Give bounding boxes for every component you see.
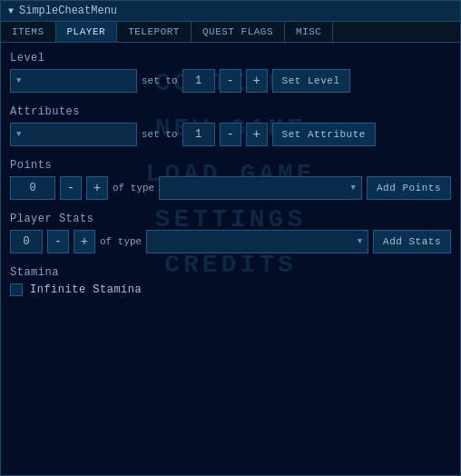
level-label: Level: [10, 52, 451, 64]
attributes-dropdown[interactable]: ▼: [10, 123, 137, 146]
attributes-label: Attributes: [10, 105, 451, 118]
level-plus-button[interactable]: +: [246, 69, 268, 93]
infinite-stamina-row: Infinite Stamina: [10, 283, 451, 296]
player-stats-minus-button[interactable]: -: [47, 230, 69, 253]
player-stats-type-dropdown-arrow: ▼: [358, 237, 362, 246]
points-type-dropdown-arrow: ▼: [351, 183, 356, 193]
points-label: Points: [10, 159, 451, 172]
set-attribute-button[interactable]: Set Attribute: [272, 123, 376, 146]
infinite-stamina-checkbox[interactable]: [10, 283, 23, 296]
main-window: ▼ SimpleCheatMenu ITEMS PLAYER TELEPORT …: [0, 0, 461, 476]
level-minus-button[interactable]: -: [220, 69, 241, 93]
points-value-input[interactable]: [10, 176, 55, 200]
attributes-value-input[interactable]: [182, 123, 215, 146]
attributes-section: Attributes ▼ set to - + Set Attribute: [10, 105, 451, 146]
tab-misc[interactable]: MISC: [285, 22, 333, 42]
points-of-type-label: of type: [113, 183, 154, 193]
infinite-stamina-label: Infinite Stamina: [30, 283, 142, 296]
level-dropdown-arrow: ▼: [16, 76, 21, 85]
player-stats-label: Player Stats: [10, 213, 451, 225]
add-stats-button[interactable]: Add Stats: [373, 230, 451, 253]
points-section: Points - + of type ▼ Add Points: [10, 159, 451, 200]
title-arrow-icon: ▼: [8, 6, 14, 16]
level-value-input[interactable]: [182, 69, 215, 93]
content-area: Level ▼ set to - + Set Level Attributes: [1, 43, 460, 305]
attributes-row: ▼ set to - + Set Attribute: [10, 123, 451, 146]
tab-bar: ITEMS PLAYER TELEPORT QUEST FLAGS MISC: [1, 22, 460, 43]
attributes-minus-button[interactable]: -: [220, 123, 241, 146]
attributes-set-to: set to: [142, 129, 178, 140]
player-stats-of-type-label: of type: [100, 236, 142, 247]
attributes-plus-button[interactable]: +: [246, 123, 268, 146]
level-set-to: set to: [142, 75, 178, 86]
player-stats-row: - + of type ▼ Add Stats: [10, 230, 451, 253]
level-section: Level ▼ set to - + Set Level: [10, 52, 451, 93]
add-points-button[interactable]: Add Points: [367, 176, 451, 200]
set-level-button[interactable]: Set Level: [272, 69, 350, 93]
tab-player[interactable]: PLAYER: [56, 22, 118, 42]
player-stats-value-input[interactable]: [10, 230, 43, 253]
window-title: SimpleCheatMenu: [19, 5, 117, 17]
tab-teleport[interactable]: TELEPORT: [117, 22, 191, 42]
points-row: - + of type ▼ Add Points: [10, 176, 451, 200]
points-minus-button[interactable]: -: [60, 176, 82, 200]
level-row: ▼ set to - + Set Level: [10, 69, 451, 93]
stamina-section: Stamina Infinite Stamina: [10, 266, 451, 296]
attributes-dropdown-arrow: ▼: [16, 130, 21, 139]
points-type-dropdown[interactable]: ▼: [159, 176, 362, 200]
title-bar: ▼ SimpleCheatMenu: [1, 1, 460, 22]
tab-quest-flags[interactable]: QUEST FLAGS: [191, 22, 285, 42]
tab-items[interactable]: ITEMS: [1, 22, 56, 42]
points-plus-button[interactable]: +: [86, 176, 108, 200]
player-stats-plus-button[interactable]: +: [74, 230, 95, 253]
stamina-label: Stamina: [10, 266, 451, 279]
player-stats-section: Player Stats - + of type ▼ Add Stats: [10, 213, 451, 253]
level-dropdown[interactable]: ▼: [10, 69, 137, 93]
player-stats-type-dropdown[interactable]: ▼: [146, 230, 368, 253]
